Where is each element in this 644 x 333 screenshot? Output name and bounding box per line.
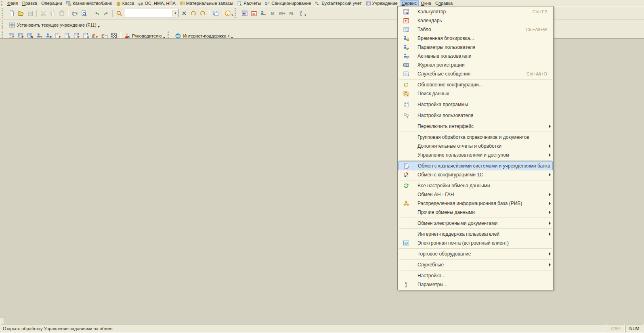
internet-support-label: Интернет-поддержка bbox=[183, 34, 226, 38]
menu-item-treasury-exchange[interactable]: Обмен с казначейскими системами и учрежд… bbox=[398, 161, 553, 170]
toolbar-separator bbox=[90, 10, 90, 17]
menubar-item-label: Сервис bbox=[402, 1, 417, 6]
menu-item-user-params[interactable]: Параметры пользователя bbox=[398, 43, 553, 52]
find-prev-button[interactable] bbox=[198, 9, 207, 18]
menubar-item-edit[interactable]: Правка bbox=[20, 0, 39, 6]
menubar-item-materials[interactable]: Материальные запасы bbox=[178, 0, 235, 6]
menubar-item-help[interactable]: Справка bbox=[433, 0, 455, 6]
menu-item-data-search[interactable]: Поиск данных bbox=[398, 89, 553, 98]
window-copy-button[interactable] bbox=[211, 9, 220, 18]
collapsed-panel-stub[interactable] bbox=[0, 318, 4, 324]
cut-button[interactable] bbox=[38, 9, 48, 18]
menu-item-program-settings[interactable]: Настройка программы bbox=[398, 100, 553, 109]
redo-button[interactable] bbox=[101, 9, 111, 18]
memory-plus-button[interactable]: M+ bbox=[277, 9, 287, 18]
menu-item-registration-journal[interactable]: Журнал регистрации bbox=[398, 61, 553, 69]
menubar-item-file[interactable]: Файл bbox=[5, 0, 20, 6]
menu-item-user-settings[interactable]: Настройки пользователя bbox=[398, 111, 553, 120]
calendar-button[interactable]: 31 bbox=[249, 9, 258, 18]
menu-item-temp-lock[interactable]: Временная блокировка... bbox=[398, 34, 553, 43]
svg-text:Кт: Кт bbox=[317, 3, 319, 6]
menu-item-rib[interactable]: Распределенная информационная база (РИБ) bbox=[398, 199, 553, 208]
menu-item-an-gan-exchange[interactable]: Обмен АН - ГАН bbox=[398, 190, 553, 199]
open-button[interactable] bbox=[16, 9, 25, 18]
menu-item-active-users[interactable]: Активные пользователи bbox=[398, 52, 553, 61]
menu-item-setup[interactable]: Настройка... bbox=[398, 271, 553, 280]
about-button[interactable]: i▾ bbox=[224, 9, 234, 18]
copies-blue-icon bbox=[212, 10, 219, 17]
menubar-item-label: Правка bbox=[22, 1, 37, 6]
mail-at-icon: @ bbox=[399, 240, 413, 247]
toolbar-separator bbox=[112, 10, 113, 17]
search-input[interactable] bbox=[124, 10, 172, 16]
calculator-button[interactable] bbox=[240, 9, 249, 18]
menu-item-email-client[interactable]: @Электронная почта (встроенный клиент) bbox=[398, 239, 553, 247]
menubar-item-authorization[interactable]: ΣСанкционирование bbox=[263, 0, 313, 6]
menubar-item-cash[interactable]: Касса bbox=[114, 0, 136, 6]
menu-item-calendar[interactable]: 31Календарь bbox=[398, 16, 553, 25]
undo-button[interactable] bbox=[92, 9, 101, 18]
menu-item-exchange-1c[interactable]: 1СОбмен с конфигурациями 1С bbox=[398, 170, 553, 179]
menubar-item-operations[interactable]: Операции bbox=[39, 0, 64, 6]
memory-button[interactable]: M bbox=[268, 9, 277, 18]
memory-minus-button[interactable]: M- bbox=[287, 9, 297, 18]
menu-item-tablo[interactable]: ΣТаблоCtrl+Alt+W bbox=[398, 25, 553, 34]
menu-item-edoc-exchange[interactable]: Обмен электронными документами bbox=[398, 219, 553, 228]
copy-button[interactable] bbox=[48, 9, 57, 18]
menubar-item-treasury-bank[interactable]: Казначейство/Банк bbox=[64, 0, 114, 6]
search-button[interactable] bbox=[114, 9, 124, 18]
menu-item-label: Все настройки обмена данными bbox=[417, 183, 490, 188]
menu-item-switch-interface[interactable]: Переключить интерфейс bbox=[398, 122, 553, 131]
paste-button[interactable] bbox=[57, 9, 66, 18]
toolbar-drag-handle[interactable] bbox=[235, 8, 238, 18]
menu-item-config-update[interactable]: Обновление конфигурации... bbox=[398, 80, 553, 89]
menu-item-service-tools[interactable]: Служебные bbox=[398, 260, 553, 269]
num-lock-indicator: NUM bbox=[625, 325, 643, 333]
set-current-institution-button[interactable]: Установить текущее учреждение (F11)▾ bbox=[7, 21, 102, 29]
menu-item-trade-equipment[interactable]: Торговое оборудование bbox=[398, 249, 553, 258]
menubar-item-os-nma-npa[interactable]: ОС, НМА, НПА bbox=[136, 0, 177, 6]
menu-item-label: Переключить интерфейс bbox=[417, 124, 474, 129]
new-document-button[interactable] bbox=[7, 9, 16, 18]
menubar-item-accounting[interactable]: ДтКтБухгалтерский учет bbox=[313, 0, 363, 6]
save-button[interactable] bbox=[25, 9, 35, 18]
toolbar-drag-handle[interactable] bbox=[2, 8, 5, 18]
menu-separator bbox=[399, 110, 552, 110]
application-window: ФайлПравкаОперацииКазначейство/БанкКасса… bbox=[0, 0, 644, 42]
menu-item-internet-support-users[interactable]: Интернет-поддержка пользователей bbox=[398, 230, 553, 239]
menubar-item-service[interactable]: Сервис bbox=[400, 0, 419, 6]
menu-item-label: Служебные bbox=[417, 262, 444, 268]
menubar-item-label: Окна bbox=[421, 1, 431, 6]
menubar-item-institution[interactable]: Учреждение bbox=[364, 0, 400, 6]
coins-icon bbox=[116, 1, 121, 6]
clear-search-button[interactable] bbox=[179, 9, 189, 18]
menu-item-service-messages[interactable]: iСлужебные сообщенияCtrl+Alt+O bbox=[398, 69, 553, 78]
menubar-item-windows[interactable]: Окна bbox=[419, 0, 433, 6]
menu-item-calculator[interactable]: КалькуляторCtrl+F2 bbox=[398, 7, 553, 16]
redo-icon bbox=[103, 10, 109, 17]
menu-item-user-access-management[interactable]: Управление пользователями и доступом bbox=[398, 151, 553, 159]
print-button[interactable] bbox=[70, 9, 79, 18]
menu-separator bbox=[399, 132, 552, 132]
menu-item-additional-reports[interactable]: Дополнительные отчеты и обработки bbox=[398, 142, 553, 151]
dropdown-arrow-icon: ▾ bbox=[228, 34, 230, 38]
service-settings-button[interactable]: ▾ bbox=[297, 9, 307, 18]
menu-item-other-exchanges[interactable]: Прочие обмены данными bbox=[398, 208, 553, 217]
status-bar: Открыть обработку Управление заданиями н… bbox=[0, 324, 644, 333]
calendar31-icon: 31 bbox=[399, 17, 413, 24]
temp-lock-button[interactable] bbox=[258, 9, 268, 18]
menu-item-all-exchange-settings[interactable]: Все настройки обмена данными bbox=[398, 181, 553, 190]
menu-item-group-processing[interactable]: Групповая обработка справочников и докум… bbox=[398, 133, 553, 142]
undo-icon bbox=[94, 10, 100, 17]
print-preview-button[interactable] bbox=[79, 9, 88, 18]
menubar-item-calculations[interactable]: Расчеты bbox=[235, 0, 263, 6]
doc-pen-icon bbox=[399, 163, 414, 170]
find-next-button[interactable] bbox=[189, 9, 198, 18]
menu-item-parameters[interactable]: Параметры... bbox=[398, 280, 553, 289]
menu-bar: ФайлПравкаОперацииКазначейство/БанкКасса… bbox=[0, 0, 644, 6]
menubar-item-label: Материальные запасы bbox=[186, 1, 233, 6]
toolbar-drag-handle[interactable] bbox=[2, 21, 5, 29]
menu-icon-placeholder bbox=[399, 134, 413, 141]
menubar-item-label: Санкционирование bbox=[271, 1, 311, 6]
search-dropdown-button[interactable]: ▾ bbox=[172, 10, 178, 17]
